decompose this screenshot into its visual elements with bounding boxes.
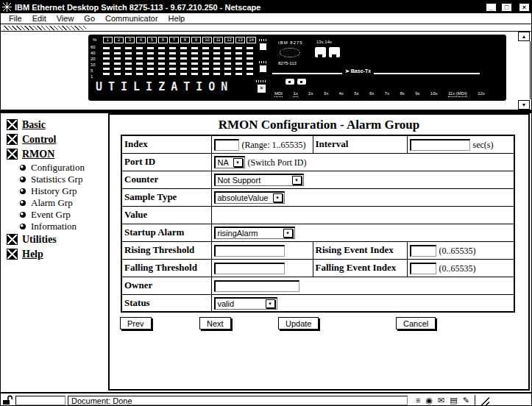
port-label: 11x (MDI) [448,91,467,97]
menu-view[interactable]: View [52,14,79,23]
collapsed-toolbar-tab[interactable] [4,26,86,30]
owner-input[interactable] [214,280,299,292]
next-button[interactable]: Next [199,317,231,330]
minimize-button[interactable]: _ [486,3,497,12]
composer-icon[interactable]: ✎ [463,396,469,405]
sidebar-sub-label[interactable]: Configuration [31,162,85,174]
navigation-frame: Basic Control RMON Configuration Statist… [1,113,108,392]
menu-file[interactable]: File [4,14,27,23]
port-number-box: 7 [169,37,179,43]
falling-threshold-input[interactable] [214,263,285,274]
scrollbar-track[interactable] [518,41,531,99]
discussions-icon[interactable]: ▤ [450,396,457,405]
dropdown-arrow-icon[interactable]: ▼ [273,193,283,202]
rising-event-index-input[interactable] [410,245,436,257]
rising-threshold-input[interactable] [214,245,285,257]
bus-label: ➤ Base-Tx [342,68,374,74]
port-label: 7x [385,91,389,97]
dropdown-arrow-icon[interactable]: ▼ [283,229,293,238]
broken-image-icon [7,249,18,260]
close-button[interactable]: × [519,3,530,12]
port-id-hint: (Switch Port ID) [248,157,307,168]
counter-selected-value: Not Support [218,176,261,185]
sidebar-sub-label[interactable]: Information [31,221,77,232]
menu-go[interactable]: Go [79,14,100,23]
sidebar-link-label[interactable]: RMON [22,149,54,160]
sidebar-item-statistics-grp[interactable]: Statistics Grp [20,174,108,184]
startup-alarm-selected-value: risingAlarm [218,229,258,238]
port-id-select[interactable]: NA ▼ [214,156,245,168]
table-row: Index (Range: 1..65535) Interval sec(s) [121,135,514,153]
top-frame-scrollbar[interactable]: ▲ ▼ [518,32,531,110]
cancel-button[interactable]: Cancel [396,317,436,330]
prev-button[interactable]: Prev [120,317,152,330]
percent-label: % [93,38,96,42]
security-padlock-open-icon[interactable] [2,395,13,405]
menu-communicator[interactable]: Communicator [100,14,163,23]
index-range-hint: (Range: 1..65535) [242,140,306,150]
port-label: 12x [478,91,485,97]
page-title: RMON Configuration - Alarm Group [110,118,528,132]
startup-alarm-select[interactable]: risingAlarm ▼ [214,227,295,239]
sidebar-item-utilities[interactable]: Utilities [7,233,108,246]
alarm-group-form-table: Index (Range: 1..65535) Interval sec(s) … [121,135,515,313]
content-frame: RMON Configuration - Alarm Group Index (… [108,113,530,391]
sidebar-link-label[interactable]: Basic [22,119,46,131]
scale-label: 5 [91,69,96,73]
status-selected-value: valid [218,299,235,308]
sidebar-item-help[interactable]: Help [7,248,108,260]
scale-label: 60 [91,46,96,49]
navigator-icon[interactable]: ◉ [425,396,433,405]
port-label: 3x [324,91,328,97]
port-number-box: 9 [191,37,201,43]
sidebar-sub-label[interactable]: Statistics Grp [31,174,82,185]
scroll-down-icon[interactable]: ▼ [518,100,530,110]
component-bar-handle-icon[interactable]: ≡ [416,396,420,405]
interval-input[interactable] [410,139,470,151]
dropdown-arrow-icon[interactable]: ▼ [266,299,275,308]
falling-event-index-input[interactable] [410,263,436,274]
sidebar-item-information[interactable]: Information [20,221,108,231]
utilization-label: UTILIZATION [96,80,233,93]
port-label: 4x [339,91,344,97]
sidebar-sub-label[interactable]: Event Grp [31,209,71,221]
bullet-icon [20,177,26,182]
netscape-logo-icon [2,2,12,12]
dropdown-arrow-icon[interactable]: ▼ [233,158,243,167]
sidebar-item-alarm-grp[interactable]: Alarm Grp [20,198,108,207]
sidebar-sub-label[interactable]: History Grp [31,185,77,197]
counter-select[interactable]: Not Support ▼ [214,174,304,186]
model-label: 8275-113 [278,61,297,65]
mailbox-icon[interactable]: ✉ [438,396,444,405]
sample-type-select[interactable]: absoluteValue ▼ [214,191,285,204]
port-number-row: 1 2 3 4 5 6 7 8 9 10 11 12 13 14 [103,37,256,43]
sidebar-item-event-grp[interactable]: Event Grp [20,210,108,219]
device-image-frame: % 1 2 3 4 5 6 7 8 9 10 11 12 13 14 60 40… [1,32,531,110]
sidebar-link-label[interactable]: Utilities [22,234,57,246]
resize-grip[interactable] [479,395,489,405]
scale-label: 40 [91,51,96,55]
bullet-icon [20,224,26,229]
menu-help[interactable]: Help [163,14,191,23]
port-number-box: 12 [224,37,234,43]
bus-line [272,73,480,74]
sidebar-item-history-grp[interactable]: History Grp [20,186,108,196]
maximize-button[interactable]: □ [501,3,512,12]
scroll-up-icon[interactable]: ▲ [518,32,530,41]
sidebar-link-label[interactable]: Help [22,249,43,260]
uplink-ports-label: 13x 14x [316,40,332,44]
table-row: Owner [121,277,514,294]
dropdown-arrow-icon[interactable]: ▼ [292,176,302,185]
falling-threshold-label: Falling Threshold [121,259,211,277]
sidebar-item-control[interactable]: Control [7,133,108,146]
bullet-icon [20,212,26,218]
sidebar-sub-label[interactable]: Alarm Grp [31,197,73,209]
sidebar-item-basic[interactable]: Basic [7,118,108,131]
sidebar-link-label[interactable]: Control [22,134,56,146]
sidebar-item-configuration[interactable]: Configuration [20,163,108,172]
sidebar-item-rmon[interactable]: RMON [7,148,108,160]
menu-edit[interactable]: Edit [27,14,52,23]
update-button[interactable]: Update [278,317,319,330]
index-input[interactable] [214,139,239,151]
status-select[interactable]: valid ▼ [214,297,277,310]
